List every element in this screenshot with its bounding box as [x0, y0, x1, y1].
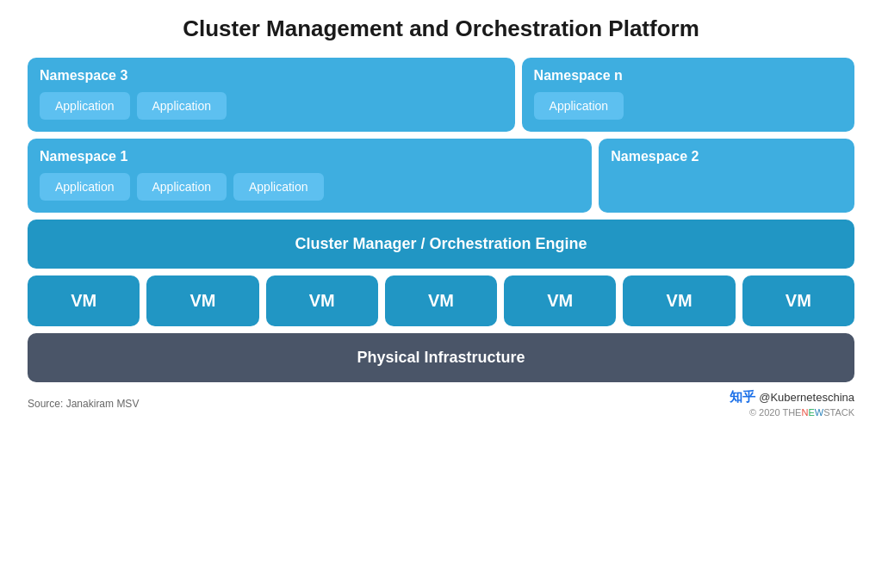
vm-4-label: VM [428, 291, 454, 311]
brand-w: W [815, 407, 823, 418]
vm-5-label: VM [547, 291, 573, 311]
zhihu-row: 知乎 @Kuberneteschina [730, 389, 854, 405]
middle-namespaces-row: Namespace 1 Application Application Appl… [28, 139, 854, 213]
vm-2-label: VM [189, 291, 215, 311]
physical-row: Physical Infrastructure [28, 333, 854, 382]
footer: Source: Janakiram MSV 知乎 @Kuberneteschin… [28, 389, 854, 418]
vm-1-label: VM [71, 291, 96, 311]
vm-2: VM [146, 275, 258, 326]
namespace-n-box: Namespace n Application [522, 58, 854, 132]
zhihu-handle: @Kuberneteschina [759, 391, 854, 404]
vm-5: VM [504, 275, 616, 326]
copyright-text: © 2020 [749, 407, 783, 418]
diagram-container: Cluster Management and Orchestration Pla… [0, 0, 882, 588]
ns3-app-1: Application [40, 92, 130, 120]
nsn-app-1: Application [534, 92, 624, 120]
namespace-2-label: Namespace 2 [611, 149, 842, 164]
namespace-3-label: Namespace 3 [40, 68, 503, 84]
namespace-1-label: Namespace 1 [40, 149, 580, 164]
brand-stack: STACK [823, 407, 854, 418]
vm-3: VM [266, 275, 378, 326]
cluster-manager-box: Cluster Manager / Orchestration Engine [28, 220, 854, 269]
ns3-app-2: Application [137, 92, 227, 120]
main-title: Cluster Management and Orchestration Pla… [183, 15, 699, 42]
namespace-3-apps: Application Application [40, 92, 503, 120]
vm-3-label: VM [309, 291, 335, 311]
namespace-2-box: Namespace 2 [599, 139, 854, 213]
ns1-app-1: Application [40, 173, 130, 201]
namespace-1-box: Namespace 1 Application Application Appl… [28, 139, 592, 213]
cluster-manager-row: Cluster Manager / Orchestration Engine [28, 220, 854, 269]
vm-6-label: VM [667, 291, 693, 311]
ns1-app-2: Application [137, 173, 227, 201]
cluster-manager-label: Cluster Manager / Orchestration Engine [295, 235, 587, 253]
brand-the: THE [782, 407, 801, 418]
top-namespaces-row: Namespace 3 Application Application Name… [28, 58, 854, 132]
vm-1: VM [28, 275, 140, 326]
namespace-n-apps: Application [534, 92, 842, 120]
namespace-n-label: Namespace n [534, 68, 842, 84]
vm-7: VM [742, 275, 854, 326]
layers-wrapper: Namespace 3 Application Application Name… [28, 58, 854, 382]
namespace-3-box: Namespace 3 Application Application [28, 58, 515, 132]
namespace-1-apps: Application Application Application [40, 173, 580, 201]
source-text: Source: Janakiram MSV [28, 398, 139, 410]
ns1-app-3: Application [233, 173, 324, 201]
brand-e: E [808, 407, 814, 418]
vm-row: VM VM VM VM VM VM VM [28, 275, 854, 326]
vm-4: VM [385, 275, 497, 326]
zhihu-logo: 知乎 [730, 389, 755, 405]
vm-6: VM [623, 275, 735, 326]
vm-7-label: VM [786, 291, 811, 311]
physical-label: Physical Infrastructure [357, 349, 525, 367]
footer-right: 知乎 @Kuberneteschina © 2020 THENEWSTACK [730, 389, 854, 418]
physical-box: Physical Infrastructure [28, 333, 854, 382]
thenewstack-brand: © 2020 THENEWSTACK [749, 407, 854, 418]
